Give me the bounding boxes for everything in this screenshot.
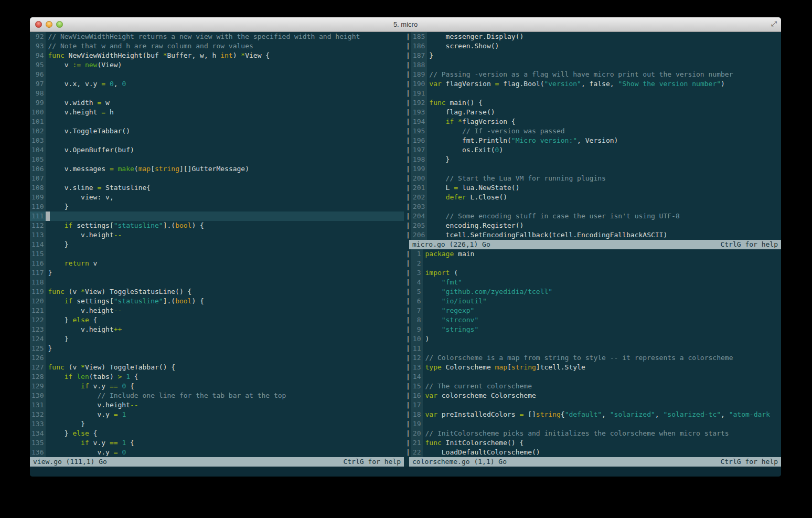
line-number: 123 [30,325,46,334]
code-line: 136 v.y = 0 [30,448,404,457]
command-line[interactable] [30,467,781,477]
split-divider: | [404,391,411,400]
statusbar-colorscheme-go: colorscheme.go (1,1) Go CtrlG for help [409,457,781,467]
split-divider: | [404,155,411,164]
code-line: |195 // If -version was passed [404,126,781,136]
split-divider: | [404,79,411,89]
line-number: 9 [411,325,423,334]
status-help-hint: CtrlG for help [720,457,778,467]
close-button[interactable] [35,21,42,28]
code-line: | 4 "fmt" [404,278,781,287]
code-line: |185 messenger.Display() [404,32,781,41]
split-divider: | [404,410,411,419]
code-line: |14 [404,372,781,382]
code-line: |196 fmt.Println("Micro version:", Versi… [404,136,781,145]
split-divider: | [404,230,411,240]
code-line: 131 v.height-- [30,400,404,410]
code-line: 108 v.sline = Statusline{ [30,183,404,193]
line-number: 3 [411,268,423,278]
code-line: |16var colorscheme Colorscheme [404,391,781,400]
editor-pane-colorscheme-go[interactable]: | 1package main| 2| 3import (| 4 "fmt"| … [404,249,781,457]
code-line: |194 if *flagVersion { [404,117,781,126]
line-number: 94 [30,51,46,60]
split-divider: | [404,145,411,155]
line-number: 15 [411,382,423,391]
line-number: 103 [30,136,46,145]
code-line: |203 [404,202,781,212]
fullscreen-icon[interactable]: ⤢ [771,19,777,28]
code-line: | 1package main [404,249,781,259]
split-divider: | [404,32,411,41]
statusbar-colorscheme-go-wrap: colorscheme.go (1,1) Go CtrlG for help [404,457,781,467]
split-divider: | [404,353,411,363]
code-line: | 6 "io/ioutil" [404,297,781,306]
code-line: |188 [404,60,781,70]
line-number: 188 [411,60,427,70]
split-divider: | [404,202,411,212]
code-line: |206 tcell.SetEncodingFallback(tcell.Enc… [404,230,781,240]
split-divider: | [404,259,411,268]
split-divider: | [404,117,411,126]
line-number: 5 [411,287,423,297]
split-divider: | [404,315,411,325]
code-line: |200 // Start the Lua VM for running plu… [404,174,781,183]
line-number: 107 [30,174,46,183]
code-line: 103 [30,136,404,145]
line-number: 10 [411,334,423,344]
split-divider: | [404,325,411,334]
right-pane-column: |185 messenger.Display()|186 screen.Show… [404,32,781,467]
code-line: |201 L = lua.NewState() [404,183,781,193]
code-line: |198 } [404,155,781,164]
line-number: 111 [30,212,46,221]
line-number: 202 [411,193,427,202]
line-number: 196 [411,136,427,145]
line-number: 117 [30,268,46,278]
line-number: 194 [411,117,427,126]
line-number: 7 [411,306,423,315]
code-line: 132 v.y = 1 [30,410,404,419]
code-line: 121 v.height-- [30,306,404,315]
line-number: 119 [30,287,46,297]
code-line: 117} [30,268,404,278]
editor-pane-micro-go[interactable]: |185 messenger.Display()|186 screen.Show… [404,32,781,240]
split-divider: | [404,344,411,353]
line-number: 113 [30,230,46,240]
code-line: 135 if v.y == 1 { [30,438,404,448]
code-line: 118 [30,278,404,287]
code-line: 126 [30,353,404,363]
split-divider: | [404,51,411,60]
line-number: 198 [411,155,427,164]
line-number: 131 [30,400,46,410]
line-number: 195 [411,126,427,136]
line-number: 134 [30,429,46,438]
zoom-button[interactable] [56,21,63,28]
code-line: |190var flagVersion = flag.Bool("version… [404,79,781,89]
title-bar[interactable]: 5. micro ⤢ [30,17,781,32]
line-number: 122 [30,315,46,325]
line-number: 8 [411,315,423,325]
code-line: 109 view: v, [30,193,404,202]
code-line: 134 } else { [30,429,404,438]
split-divider: | [404,297,411,306]
line-number: 99 [30,98,46,108]
code-line: |17 [404,400,781,410]
text-cursor [46,212,50,221]
line-number: 19 [411,419,423,429]
status-help-hint: CtrlG for help [720,240,778,249]
line-number: 12 [411,353,423,363]
minimize-button[interactable] [46,21,52,28]
editor-pane-view-go[interactable]: 92// NewViewWidthHeight returns a new vi… [30,32,404,457]
split-divider: | [404,221,411,230]
code-line: 111 [30,212,404,221]
line-number: 130 [30,391,46,400]
statusbar-micro-go-wrap: micro.go (226,1) Go CtrlG for help [404,240,781,249]
status-help-hint: CtrlG for help [343,457,401,467]
left-pane-column: 92// NewViewWidthHeight returns a new vi… [30,32,404,467]
code-line: 127func (v *View) ToggleTabbar() { [30,363,404,372]
code-line: | 9 "strings" [404,325,781,334]
code-line: |13type Colorscheme map[string]tcell.Sty… [404,363,781,372]
line-number: 125 [30,344,46,353]
line-number: 93 [30,41,46,51]
split-divider: | [404,174,411,183]
code-line: 92// NewViewWidthHeight returns a new vi… [30,32,404,41]
